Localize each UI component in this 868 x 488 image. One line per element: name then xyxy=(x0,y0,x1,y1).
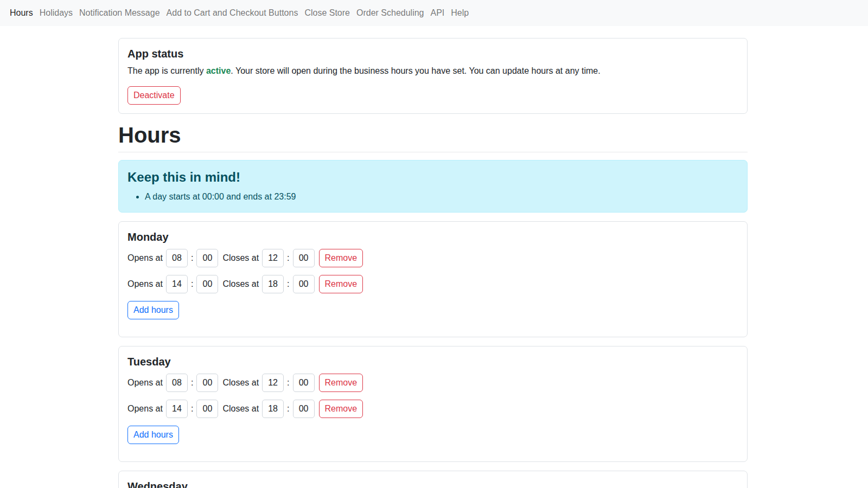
day-card-tuesday: Tuesday Opens at : Closes at : Remove Op… xyxy=(118,346,748,462)
day-title: Tuesday xyxy=(127,355,738,368)
nav-item-close-store[interactable]: Close Store xyxy=(301,8,353,18)
time-colon: : xyxy=(191,279,193,289)
day-card-monday: Monday Opens at : Closes at : Remove Ope… xyxy=(118,221,748,337)
open-minute-input[interactable] xyxy=(196,400,218,418)
nav-item-api[interactable]: API xyxy=(427,8,448,18)
time-colon: : xyxy=(287,378,289,388)
closes-at-label: Closes at xyxy=(222,279,259,289)
hours-row: Opens at : Closes at : Remove xyxy=(127,275,738,293)
top-nav: Hours Holidays Notification Message Add … xyxy=(0,0,868,26)
hours-row: Opens at : Closes at : Remove xyxy=(127,249,738,267)
close-hour-input[interactable] xyxy=(262,374,284,392)
close-hour-input[interactable] xyxy=(262,249,284,267)
closes-at-label: Closes at xyxy=(222,253,259,263)
opens-at-label: Opens at xyxy=(127,279,163,289)
time-colon: : xyxy=(287,253,289,263)
closes-at-label: Closes at xyxy=(222,404,259,414)
open-hour-input[interactable] xyxy=(166,400,188,418)
nav-item-notification-message[interactable]: Notification Message xyxy=(76,8,163,18)
close-minute-input[interactable] xyxy=(293,400,315,418)
title-divider xyxy=(118,152,748,152)
hours-row: Opens at : Closes at : Remove xyxy=(127,374,738,392)
page-title: Hours xyxy=(118,123,748,147)
open-hour-input[interactable] xyxy=(166,249,188,267)
open-hour-input[interactable] xyxy=(166,374,188,392)
info-alert-title: Keep this in mind! xyxy=(127,169,738,185)
day-title: Wednesday xyxy=(127,480,738,488)
nav-item-help[interactable]: Help xyxy=(448,8,472,18)
day-card-wednesday: Wednesday xyxy=(118,471,748,488)
app-status-text-before: The app is currently xyxy=(127,66,206,75)
info-alert-list: A day starts at 00:00 and ends at 23:59 xyxy=(127,190,738,203)
app-status-text-after: . Your store will open during the busine… xyxy=(231,66,600,75)
time-colon: : xyxy=(287,279,289,289)
close-hour-input[interactable] xyxy=(262,400,284,418)
time-colon: : xyxy=(191,253,193,263)
day-title: Monday xyxy=(127,230,738,243)
app-status-title: App status xyxy=(127,47,738,60)
close-minute-input[interactable] xyxy=(293,275,315,293)
main-content: App status The app is currently active. … xyxy=(118,38,748,488)
nav-item-holidays[interactable]: Holidays xyxy=(36,8,76,18)
remove-hours-button[interactable]: Remove xyxy=(319,249,363,267)
nav-item-hours[interactable]: Hours xyxy=(7,8,36,18)
opens-at-label: Opens at xyxy=(127,378,163,388)
open-hour-input[interactable] xyxy=(166,275,188,293)
time-colon: : xyxy=(191,378,193,388)
remove-hours-button[interactable]: Remove xyxy=(319,275,363,293)
remove-hours-button[interactable]: Remove xyxy=(319,400,363,418)
app-status-text: The app is currently active. Your store … xyxy=(127,65,738,78)
open-minute-input[interactable] xyxy=(196,374,218,392)
info-alert-item: A day starts at 00:00 and ends at 23:59 xyxy=(145,190,738,203)
time-colon: : xyxy=(287,404,289,414)
close-minute-input[interactable] xyxy=(293,249,315,267)
remove-hours-button[interactable]: Remove xyxy=(319,374,363,392)
open-minute-input[interactable] xyxy=(196,249,218,267)
opens-at-label: Opens at xyxy=(127,404,163,414)
nav-item-cart-checkout-buttons[interactable]: Add to Cart and Checkout Buttons xyxy=(163,8,302,18)
info-alert: Keep this in mind! A day starts at 00:00… xyxy=(118,160,748,213)
deactivate-button[interactable]: Deactivate xyxy=(127,86,181,105)
close-hour-input[interactable] xyxy=(262,275,284,293)
hours-row: Opens at : Closes at : Remove xyxy=(127,400,738,418)
closes-at-label: Closes at xyxy=(222,378,259,388)
add-hours-button[interactable]: Add hours xyxy=(127,426,179,444)
opens-at-label: Opens at xyxy=(127,253,163,263)
add-hours-button[interactable]: Add hours xyxy=(127,301,179,319)
open-minute-input[interactable] xyxy=(196,275,218,293)
status-active-word: active xyxy=(206,66,231,75)
time-colon: : xyxy=(191,404,193,414)
app-status-card: App status The app is currently active. … xyxy=(118,38,748,114)
close-minute-input[interactable] xyxy=(293,374,315,392)
nav-item-order-scheduling[interactable]: Order Scheduling xyxy=(353,8,427,18)
